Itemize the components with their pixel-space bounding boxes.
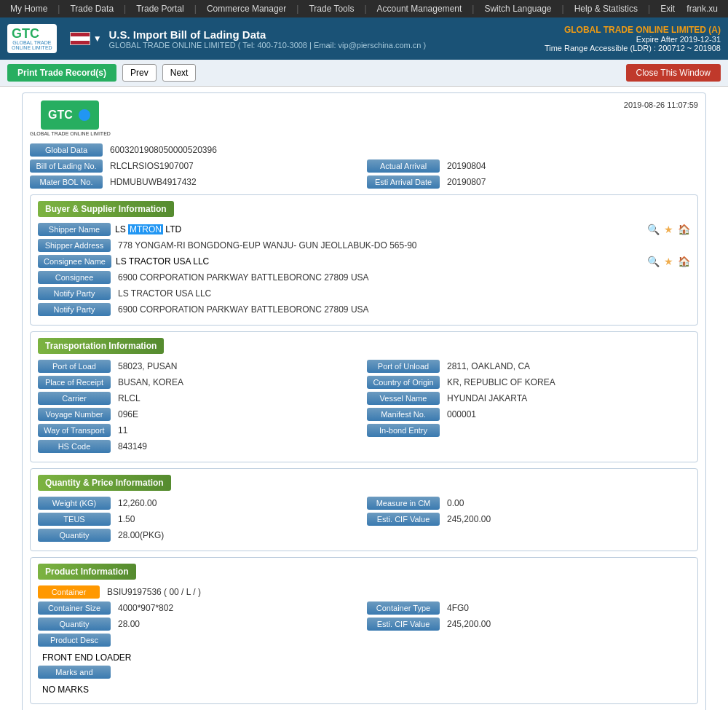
manifest-value: 000001 bbox=[444, 408, 690, 421]
close-button-top[interactable]: Close This Window bbox=[626, 64, 721, 82]
nav-commerce-manager[interactable]: Commerce Manager bbox=[202, 4, 290, 14]
nav-home[interactable]: My Home bbox=[6, 4, 52, 14]
card-timestamp: 2019-08-26 11:07:59 bbox=[624, 100, 698, 109]
expire-date: Expire After 2019-12-31 bbox=[545, 35, 721, 44]
place-receipt-value: BUSAN, KOREA bbox=[115, 376, 361, 389]
flag-dropdown-icon[interactable]: ▼ bbox=[93, 33, 102, 44]
esti-arrival-label: Esti Arrival Date bbox=[367, 175, 440, 189]
nav-switch-language[interactable]: Switch Language bbox=[480, 4, 555, 14]
buyer-supplier-section: Buyer & Supplier Information Shipper Nam… bbox=[30, 194, 698, 326]
search-icon[interactable]: 🔍 bbox=[647, 224, 660, 235]
consignee-value: 6900 CORPORATION PARKWAY BATTLEBORONC 27… bbox=[115, 271, 690, 284]
consignee-star-icon[interactable]: ★ bbox=[664, 256, 673, 267]
home-icon[interactable]: 🏠 bbox=[678, 224, 690, 235]
way-transport-label: Way of Transport bbox=[38, 424, 111, 437]
bol-label: Bill of Lading No. bbox=[30, 159, 103, 173]
quantity-value: 28.00(PKG) bbox=[115, 529, 690, 542]
record-card: GTC GLOBAL TRADE ONLINE LIMITED 2019-08-… bbox=[22, 92, 706, 710]
esti-cif-value: 245,200.00 bbox=[444, 513, 690, 526]
notify-party-value-2: 6900 CORPORATION PARKWAY BATTLEBORONC 27… bbox=[115, 303, 690, 316]
product-esti-cif-value: 245,200.00 bbox=[444, 618, 690, 631]
measure-value: 0.00 bbox=[444, 497, 690, 510]
nav-account-management[interactable]: Account Management bbox=[373, 4, 467, 14]
nav-trade-data[interactable]: Trade Data bbox=[66, 4, 118, 14]
hs-code-label: HS Code bbox=[38, 440, 111, 453]
mater-bol-col: Mater BOL No. HDMUBUWB4917432 bbox=[30, 175, 361, 189]
logo-area: GTC GLOBAL TRADEONLINE LIMITED ▼ bbox=[7, 24, 102, 53]
mater-bol-value: HDMUBUWB4917432 bbox=[107, 175, 361, 189]
country-origin-value: KR, REPUBLIC OF KOREA bbox=[444, 376, 690, 389]
product-section: Product Information Container BSIU919753… bbox=[30, 557, 698, 704]
us-flag bbox=[70, 32, 90, 45]
consignee-name-row: Consignee Name LS TRACTOR USA LLC 🔍 ★ 🏠 bbox=[38, 255, 690, 268]
time-range: Time Range Accessible (LDR) : 200712 ~ 2… bbox=[545, 44, 721, 52]
nav-trade-tools[interactable]: Trade Tools bbox=[304, 4, 358, 14]
consignee-name-value: LS TRACTOR USA LLC bbox=[116, 256, 209, 267]
card-logo-sub: GLOBAL TRADE ONLINE LIMITED bbox=[30, 131, 111, 136]
transport-section: Transportation Information Port of Load … bbox=[30, 331, 698, 462]
notify-party-row-2: Notify Party 6900 CORPORATION PARKWAY BA… bbox=[38, 303, 690, 316]
port-load-label: Port of Load bbox=[38, 360, 111, 373]
container-size-type-row: Container Size 4000*907*802 Container Ty… bbox=[38, 601, 690, 615]
voyage-label: Voyage Number bbox=[38, 408, 111, 421]
quantity-label: Quantity bbox=[38, 529, 111, 542]
prev-button-top[interactable]: Prev bbox=[122, 64, 157, 82]
title-area: U.S. Import Bill of Lading Data GLOBAL T… bbox=[109, 28, 427, 50]
container-value: BSIU9197536 ( 00 / L / ) bbox=[104, 585, 690, 599]
teus-cif-row: TEUS 1.50 Esti. CIF Value 245,200.00 bbox=[38, 513, 690, 526]
header-bar: GTC GLOBAL TRADEONLINE LIMITED ▼ U.S. Im… bbox=[0, 17, 728, 60]
shipper-address-row: Shipper Address 778 YONGAM-RI BONGDONG-E… bbox=[38, 239, 690, 252]
nav-exit[interactable]: Exit bbox=[656, 4, 679, 14]
container-size-value: 4000*907*802 bbox=[115, 601, 361, 615]
esti-arrival-value: 20190807 bbox=[444, 175, 698, 189]
company-contact: GLOBAL TRADE ONLINE LIMITED ( Tel: 400-7… bbox=[109, 41, 427, 50]
nav-help-statistics[interactable]: Help & Statistics bbox=[570, 4, 642, 14]
svg-point-2 bbox=[79, 109, 90, 121]
bol-value: RLCLRSIOS1907007 bbox=[107, 159, 361, 173]
vessel-name-value: HYUNDAI JAKARTA bbox=[444, 392, 690, 405]
actual-arrival-col: Actual Arrival 20190804 bbox=[367, 159, 698, 173]
consignee-home-icon[interactable]: 🏠 bbox=[678, 256, 690, 267]
hs-code-row: HS Code 843149 bbox=[38, 440, 690, 453]
place-country-row: Place of Receipt BUSAN, KOREA Country of… bbox=[38, 376, 690, 389]
place-receipt-label: Place of Receipt bbox=[38, 376, 111, 389]
weight-measure-row: Weight (KG) 12,260.00 Measure in CM 0.00 bbox=[38, 497, 690, 510]
nav-trade-portal[interactable]: Trade Portal bbox=[132, 4, 189, 14]
shipper-name-row: Shipper Name LS MTRON LTD 🔍 ★ 🏠 bbox=[38, 223, 690, 236]
shipper-name-label: Shipper Name bbox=[38, 223, 111, 236]
esti-arrival-col: Esti Arrival Date 20190807 bbox=[367, 175, 698, 189]
quantity-row: Quantity 28.00(PKG) bbox=[38, 529, 690, 542]
inbond-label: In-bond Entry bbox=[367, 424, 440, 437]
carrier-vessel-row: Carrier RLCL Vessel Name HYUNDAI JAKARTA bbox=[38, 392, 690, 405]
logo-box: GTC GLOBAL TRADEONLINE LIMITED bbox=[7, 24, 57, 53]
product-quantity-label: Quantity bbox=[38, 618, 111, 631]
next-button-top[interactable]: Next bbox=[162, 64, 197, 82]
shipper-address-value: 778 YONGAM-RI BONGDONG-EUP WANJU- GUN JE… bbox=[115, 239, 690, 252]
top-toolbar: Print Trade Record(s) Prev Next Close Th… bbox=[0, 60, 728, 87]
username: frank.xu bbox=[682, 4, 722, 14]
flag-area: ▼ bbox=[70, 32, 102, 45]
port-load-value: 58023, PUSAN bbox=[115, 360, 361, 373]
weight-label: Weight (KG) bbox=[38, 497, 111, 510]
right-info: GLOBAL TRADE ONLINE LIMITED (A) Expire A… bbox=[545, 25, 721, 52]
carrier-label: Carrier bbox=[38, 392, 111, 405]
print-button-top[interactable]: Print Trade Record(s) bbox=[7, 64, 116, 82]
port-unload-value: 2811, OAKLAND, CA bbox=[444, 360, 690, 373]
container-type-label: Container Type bbox=[367, 601, 440, 615]
product-qty-cif-row: Quantity 28.00 Esti. CIF Value 245,200.0… bbox=[38, 618, 690, 631]
notify-party-label-1: Notify Party bbox=[38, 287, 111, 300]
container-label: Container bbox=[38, 585, 100, 599]
star-icon[interactable]: ★ bbox=[664, 224, 673, 235]
logo-text: GTC bbox=[12, 27, 52, 40]
quantity-price-section: Quantity & Price Information Weight (KG)… bbox=[30, 468, 698, 551]
container-size-label: Container Size bbox=[38, 601, 111, 615]
voyage-value: 096E bbox=[115, 408, 361, 421]
notify-party-value-1: LS TRACTOR USA LLC bbox=[115, 287, 690, 300]
card-header: GTC GLOBAL TRADE ONLINE LIMITED 2019-08-… bbox=[30, 100, 698, 136]
consignee-search-icon[interactable]: 🔍 bbox=[647, 256, 660, 267]
vessel-name-label: Vessel Name bbox=[367, 392, 440, 405]
mater-bol-label: Mater BOL No. bbox=[30, 175, 103, 189]
product-quantity-value: 28.00 bbox=[115, 618, 361, 631]
svg-text:GTC: GTC bbox=[48, 109, 73, 121]
logo-subtitle: GLOBAL TRADEONLINE LIMITED bbox=[12, 40, 52, 50]
